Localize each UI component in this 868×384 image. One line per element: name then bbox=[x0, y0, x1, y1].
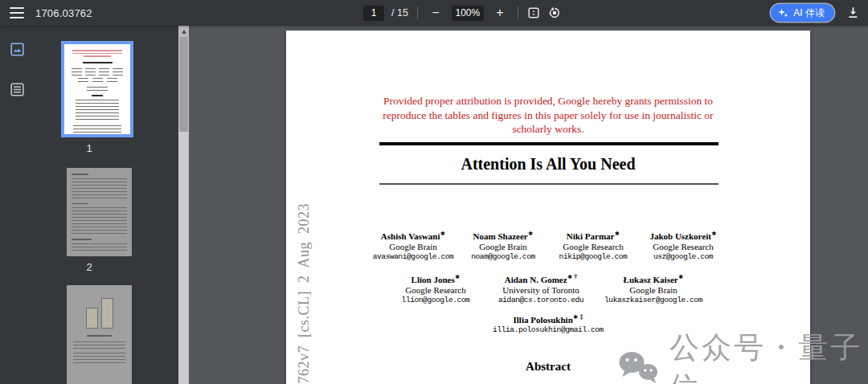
menu-icon[interactable] bbox=[10, 7, 24, 18]
copyright-disclaimer: Provided proper attribution is provided,… bbox=[363, 94, 733, 137]
toolbar-divider bbox=[417, 6, 418, 19]
sidebar-scrollbar[interactable] bbox=[178, 26, 189, 384]
author-card: Noam Shazeer∗ Google Brain noam@google.c… bbox=[461, 230, 545, 261]
pdf-page-1: arXiv:1706.03762v7 [cs.CL] 2 Aug 2023 Pr… bbox=[286, 31, 810, 384]
sparkle-icon bbox=[778, 8, 788, 18]
page-thumbnail-3[interactable] bbox=[67, 285, 132, 384]
author-card: Łukasz Kaiser∗ Google Brain lukaszkaiser… bbox=[604, 273, 702, 304]
thumbnail-label-1: 1 bbox=[0, 142, 178, 154]
author-card: Aidan N. Gomez∗ † University of Toronto … bbox=[498, 273, 583, 304]
document-title: 1706.03762 bbox=[35, 7, 92, 19]
abstract-heading: Abstract bbox=[286, 360, 810, 374]
thumbnail-sidebar: 1 2 bbox=[0, 26, 178, 384]
toolbar: 1706.03762 / 15 − 100% + bbox=[0, 0, 868, 26]
title-rule-bottom bbox=[379, 183, 719, 185]
title-rule-top bbox=[379, 142, 719, 145]
ai-button-label: AI 伴读 bbox=[793, 6, 825, 20]
viewer-body: 1 2 bbox=[0, 26, 868, 384]
fit-to-page-icon[interactable] bbox=[527, 6, 541, 20]
thumbnail-page-preview bbox=[68, 50, 127, 133]
page-thumbnail-1[interactable] bbox=[61, 41, 133, 137]
rotate-icon[interactable] bbox=[548, 6, 562, 20]
zoom-in-button[interactable]: + bbox=[491, 4, 509, 22]
pdf-viewer-window: 1706.03762 / 15 − 100% + bbox=[0, 0, 868, 384]
author-card: Ashish Vaswani∗ Google Brain avaswani@go… bbox=[371, 230, 455, 261]
authors-row-2: Llion Jones∗ Google Research llion@googl… bbox=[286, 273, 810, 304]
page-number-input[interactable] bbox=[363, 6, 384, 21]
author-card: Illia Polosukhin∗ ‡ illia.polosukhin@gma… bbox=[493, 313, 604, 334]
zoom-out-button[interactable]: − bbox=[427, 4, 444, 22]
authors-row-3: Illia Polosukhin∗ ‡ illia.polosukhin@gma… bbox=[286, 313, 810, 334]
thumbnail-page-preview bbox=[72, 298, 127, 364]
thumbnails-view-icon[interactable] bbox=[10, 43, 24, 56]
ai-companion-button[interactable]: AI 伴读 bbox=[771, 4, 834, 22]
author-card: Niki Parmar∗ Google Research nikip@googl… bbox=[551, 230, 635, 261]
scrollbar-up-arrow[interactable] bbox=[178, 26, 189, 37]
zoom-level-display: 100% bbox=[452, 6, 484, 21]
author-card: Jakob Uszkoreit∗ Google Research usz@goo… bbox=[641, 230, 725, 261]
page-thumbnail-2[interactable] bbox=[67, 168, 132, 256]
thumbnail-label-2: 2 bbox=[0, 261, 178, 273]
outline-view-icon[interactable] bbox=[10, 83, 24, 96]
thumbnail-page-preview bbox=[72, 174, 127, 253]
paper-title: Attention Is All You Need bbox=[286, 155, 810, 174]
authors-row-1: Ashish Vaswani∗ Google Brain avaswani@go… bbox=[286, 230, 810, 261]
toolbar-divider bbox=[518, 6, 518, 19]
scrollbar-thumb[interactable] bbox=[179, 37, 188, 132]
page-count-label: / 15 bbox=[391, 7, 408, 18]
download-icon[interactable] bbox=[845, 6, 860, 20]
author-card: Llion Jones∗ Google Research llion@googl… bbox=[394, 273, 477, 304]
document-viewport[interactable]: arXiv:1706.03762v7 [cs.CL] 2 Aug 2023 Pr… bbox=[189, 26, 868, 384]
